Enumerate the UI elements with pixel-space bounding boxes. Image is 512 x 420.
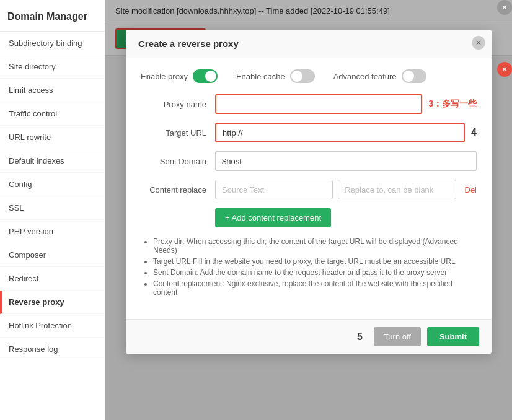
sidebar-item-hotlink-protection[interactable]: Hotlink Protection [0,314,105,338]
side-close-button[interactable]: ✕ [497,62,512,77]
add-content-replacement-button[interactable]: + Add content replacement [215,208,331,227]
sidebar-item-default-indexes[interactable]: Default indexes [0,149,105,173]
sent-domain-label: Sent Domain [141,157,215,166]
enable-proxy-toggle[interactable] [193,69,218,83]
enable-cache-toggle-item: Enable cache [236,69,315,83]
step-5-annotation: 5 [357,331,363,343]
content-replace-row: Content replace Del [141,180,477,199]
sidebar-item-response-log[interactable]: Response log [0,338,105,361]
advanced-feature-toggle[interactable] [402,69,426,83]
sidebar-item-redirect[interactable]: Redirect [0,267,105,291]
sidebar: Domain Manager Subdirectory binding Site… [0,0,105,420]
del-link[interactable]: Del [465,185,477,195]
info-item-1: Proxy dir: When accessing this dir, the … [153,237,477,255]
proxy-name-row: Proxy name 3：多写一些 [141,94,477,114]
content-replace-inputs: Del [215,180,477,199]
content-replace-label: Content replace [141,185,215,195]
sidebar-item-site-directory[interactable]: Site directory [0,55,105,79]
target-url-row: Target URL 4 [141,123,477,142]
advanced-feature-toggle-item: Advanced feature [333,69,426,83]
target-url-input[interactable] [215,123,465,142]
sent-domain-row: Sent Domain [141,151,477,171]
turn-off-button[interactable]: Turn off [374,327,421,346]
info-item-4: Content replacement: Nginx exclusive, re… [153,279,477,297]
modal-close-button[interactable]: ✕ [472,36,485,50]
enable-cache-label: Enable cache [236,72,285,81]
replace-to-input[interactable] [338,180,456,199]
sidebar-item-subdirectory-binding[interactable]: Subdirectory binding [0,32,105,55]
submit-button[interactable]: Submit [427,327,479,346]
enable-cache-toggle[interactable] [290,69,315,83]
top-right-close-button[interactable]: ✕ [497,0,512,15]
target-url-label: Target URL [141,128,215,138]
info-list: Proxy dir: When accessing this dir, the … [153,237,477,297]
modal-overlay: ✕ Create a reverse proxy Enable proxy [105,0,512,420]
sidebar-item-limit-access[interactable]: Limit access [0,79,105,102]
info-item-2: Target URL:Fill in the website you need … [153,257,477,266]
sidebar-item-composer[interactable]: Composer [0,243,105,267]
modal-body: Enable proxy Enable cache Advanced featu… [126,58,492,319]
proxy-name-input[interactable] [215,94,422,114]
sidebar-item-config[interactable]: Config [0,173,105,196]
proxy-name-label: Proxy name [141,100,215,109]
sent-domain-input[interactable] [215,151,477,171]
sidebar-item-ssl[interactable]: SSL [0,196,105,220]
step-3-annotation: 3：多写一些 [428,98,477,110]
sidebar-title: Domain Manager [7,11,97,22]
sidebar-item-php-version[interactable]: PHP version [0,220,105,243]
sidebar-item-url-rewrite[interactable]: URL rewrite [0,126,105,149]
sidebar-item-reverse-proxy[interactable]: Reverse proxy [0,291,105,314]
main-container: Domain Manager Subdirectory binding Site… [0,0,512,420]
sidebar-header: Domain Manager [0,0,105,32]
modal-title: Create a reverse proxy [138,38,479,49]
create-reverse-proxy-modal: ✕ Create a reverse proxy Enable proxy [126,30,492,354]
enable-proxy-toggle-item: Enable proxy [141,69,218,83]
step-4-annotation: 4 [471,127,477,138]
source-text-input[interactable] [215,180,333,199]
sidebar-item-traffic-control[interactable]: Traffic control [0,102,105,126]
content-area: Site modification [downloads.hhhxy.top] … [105,0,512,420]
info-item-3: Sent Domain: Add the domain name to the … [153,268,477,277]
toggle-row: Enable proxy Enable cache Advanced featu… [141,69,477,83]
enable-proxy-label: Enable proxy [141,72,188,81]
modal-footer: 5 Turn off Submit [126,319,492,354]
modal-header: Create a reverse proxy [126,30,492,58]
advanced-feature-label: Advanced feature [333,72,397,81]
